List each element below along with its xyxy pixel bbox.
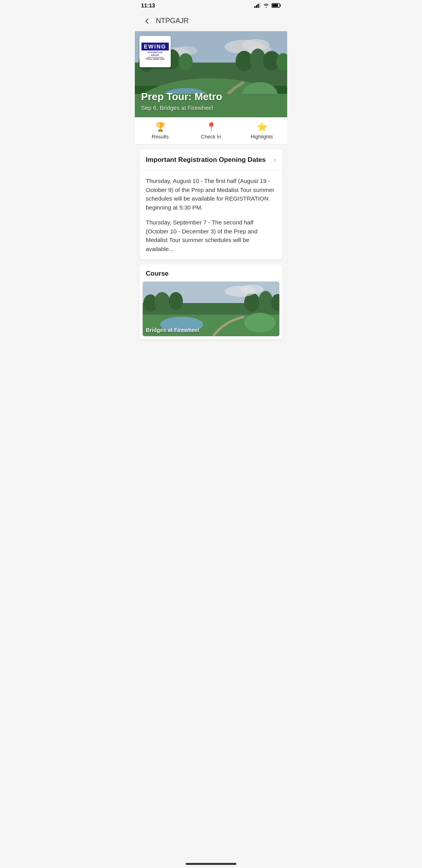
status-time: 11:13 (141, 2, 155, 9)
registration-card-body: Thursday, August 10 - The first half (Au… (139, 170, 283, 260)
svg-rect-6 (272, 4, 278, 7)
location-icon: 📍 (206, 122, 216, 132)
svg-rect-5 (280, 5, 281, 7)
page-title: NTPGAJR (156, 17, 189, 25)
svg-rect-0 (254, 6, 256, 8)
hero-text: Prep Tour: Metro Sep 6, Bridges at Firew… (141, 91, 222, 111)
svg-rect-1 (256, 5, 257, 8)
course-card: Course (139, 264, 283, 339)
status-bar: 11:13 (135, 0, 287, 11)
tab-highlights-label: Highlights (250, 134, 273, 140)
registration-card-title: Important Registration Opening Dates (146, 156, 266, 164)
tab-bar: 🏆 Results 📍 Check In ⭐ Highlights (135, 117, 287, 145)
tab-checkin[interactable]: 📍 Check In (186, 117, 236, 144)
hero-image: EWING AUTOMOTIVE GROUP NTPGA JUNIOR TOUR… (135, 31, 287, 117)
wifi-icon (263, 3, 269, 8)
tab-results[interactable]: 🏆 Results (135, 117, 186, 144)
star-icon: ⭐ (257, 122, 267, 132)
signal-icon (254, 3, 261, 8)
hero-subtitle: Sep 6, Bridges at Firewheel (141, 104, 222, 111)
svg-rect-2 (257, 4, 259, 8)
course-caption: Bridges at Firewheel (146, 327, 199, 333)
registration-card-header[interactable]: Important Registration Opening Dates › (139, 149, 283, 170)
course-label: Course (139, 264, 283, 282)
svg-rect-3 (259, 3, 260, 8)
status-icons (254, 3, 281, 8)
tab-highlights[interactable]: ⭐ Highlights (236, 117, 287, 144)
trophy-icon: 🏆 (155, 122, 166, 132)
back-icon (143, 17, 151, 25)
logo-badge: EWING AUTOMOTIVE GROUP NTPGA JUNIOR TOUR (139, 36, 171, 67)
tab-checkin-label: Check In (201, 134, 221, 140)
course-image[interactable]: Bridges at Firewheel (143, 282, 279, 336)
battery-icon (272, 3, 281, 8)
registration-paragraph-2: Thursday, September 7 - The second half … (146, 218, 276, 253)
registration-paragraph-1: Thursday, August 10 - The first half (Au… (146, 177, 276, 212)
nav-bar: NTPGAJR (135, 11, 287, 31)
back-button[interactable] (139, 14, 154, 29)
chevron-right-icon: › (274, 156, 276, 164)
main-content: Important Registration Opening Dates › T… (135, 145, 287, 349)
registration-card: Important Registration Opening Dates › T… (139, 149, 283, 260)
tab-results-label: Results (152, 134, 168, 140)
hero-title: Prep Tour: Metro (141, 91, 222, 103)
